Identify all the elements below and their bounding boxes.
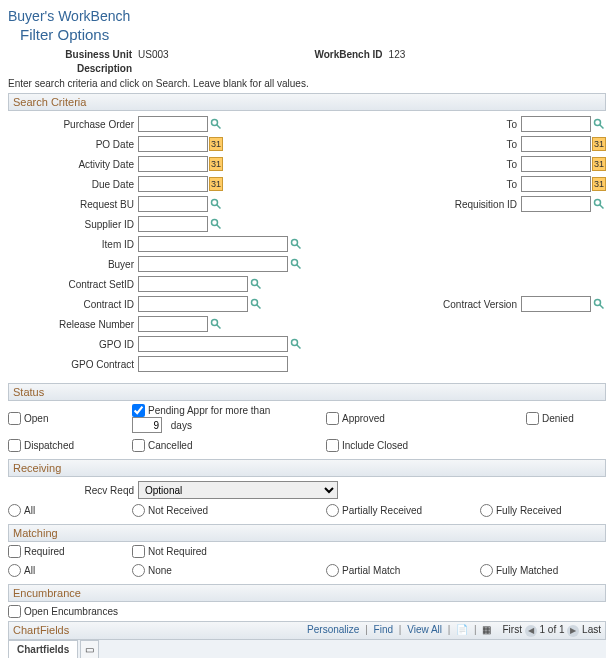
calendar-icon[interactable]: 31 [592,137,606,151]
partially-received-radio[interactable]: Partially Received [326,504,456,517]
item-id-label: Item ID [8,239,138,250]
view-all-link[interactable]: View All [407,624,442,635]
encumbrance-header: Encumbrance [8,584,606,602]
not-required-checkbox[interactable]: Not Required [132,545,302,558]
po-date-input[interactable] [138,136,208,152]
receiving-all-radio[interactable]: All [8,504,108,517]
svg-point-2 [595,120,601,126]
request-bu-input[interactable] [138,196,208,212]
svg-line-23 [297,345,301,349]
gpo-id-label: GPO ID [8,339,138,350]
personalize-link[interactable]: Personalize [307,624,359,635]
gpo-id-input[interactable] [138,336,288,352]
recv-reqd-select[interactable]: Optional [138,481,338,499]
cancelled-checkbox[interactable]: Cancelled [132,439,302,452]
lookup-icon[interactable] [289,237,303,251]
dispatched-checkbox[interactable]: Dispatched [8,439,108,452]
svg-line-3 [600,125,604,129]
requisition-id-input[interactable] [521,196,591,212]
svg-point-18 [595,300,601,306]
lookup-icon[interactable] [209,217,223,231]
lookup-icon[interactable] [592,117,606,131]
to-label: To [421,179,521,190]
svg-line-15 [257,285,261,289]
contract-version-label: Contract Version [421,299,521,310]
first-label: First [502,624,521,635]
zoom-icon[interactable]: 📄 [456,624,468,635]
contract-setid-input[interactable] [138,276,248,292]
contract-id-input[interactable] [138,296,248,312]
denied-checkbox[interactable]: Denied [526,412,586,425]
svg-line-21 [217,325,221,329]
approved-checkbox[interactable]: Approved [326,412,456,425]
prev-icon[interactable]: ◀ [525,625,537,637]
purchase-order-to-input[interactable] [521,116,591,132]
calendar-icon[interactable]: 31 [209,177,223,191]
lookup-icon[interactable] [209,317,223,331]
position-label: 1 of 1 [540,624,565,635]
activity-date-input[interactable] [138,156,208,172]
partial-match-radio[interactable]: Partial Match [326,564,456,577]
calendar-icon[interactable]: 31 [209,157,223,171]
requisition-id-label: Requisition ID [421,199,521,210]
status-header: Status [8,383,606,401]
calendar-icon[interactable]: 31 [209,137,223,151]
pending-days-input[interactable] [132,417,162,433]
contract-version-input[interactable] [521,296,591,312]
grid-icon[interactable]: ▦ [482,624,491,635]
lookup-icon[interactable] [209,117,223,131]
chartfields-tab[interactable]: Chartfields [8,640,78,658]
include-closed-checkbox[interactable]: Include Closed [326,439,456,452]
last-label: Last [582,624,601,635]
page-subtitle: Filter Options [20,26,606,43]
to-label: To [421,139,521,150]
days-label: days [171,420,192,431]
lookup-icon[interactable] [249,297,263,311]
search-criteria-header: Search Criteria [8,93,606,111]
due-date-label: Due Date [8,179,138,190]
svg-line-19 [600,305,604,309]
find-link[interactable]: Find [374,624,393,635]
svg-point-16 [252,300,258,306]
pending-checkbox[interactable]: Pending Appr for more than [132,404,302,417]
supplier-id-label: Supplier ID [8,219,138,230]
not-received-radio[interactable]: Not Received [132,504,302,517]
calendar-icon[interactable]: 31 [592,157,606,171]
release-number-input[interactable] [138,316,208,332]
svg-point-10 [292,240,298,246]
open-encumbrances-checkbox[interactable]: Open Encumbrances [8,605,118,618]
required-checkbox[interactable]: Required [8,545,108,558]
calendar-icon[interactable]: 31 [592,177,606,191]
purchase-order-input[interactable] [138,116,208,132]
lookup-icon[interactable] [592,197,606,211]
lookup-icon[interactable] [592,297,606,311]
workbench-id-value: 123 [389,49,406,60]
supplier-id-input[interactable] [138,216,208,232]
svg-line-1 [217,125,221,129]
business-unit-label: Business Unit [8,49,138,60]
item-id-input[interactable] [138,236,288,252]
lookup-icon[interactable] [209,197,223,211]
due-date-to-input[interactable] [521,176,591,192]
buyer-input[interactable] [138,256,288,272]
svg-point-22 [292,340,298,346]
matching-all-radio[interactable]: All [8,564,108,577]
due-date-input[interactable] [138,176,208,192]
chartfields-header: ChartFields [13,624,69,636]
to-label: To [421,119,521,130]
lookup-icon[interactable] [249,277,263,291]
lookup-icon[interactable] [289,257,303,271]
po-date-to-input[interactable] [521,136,591,152]
contract-setid-label: Contract SetID [8,279,138,290]
expand-tab-icon[interactable]: ▭ [80,640,99,658]
activity-date-to-input[interactable] [521,156,591,172]
open-checkbox[interactable]: Open [8,412,108,425]
fully-received-radio[interactable]: Fully Received [480,504,562,517]
none-radio[interactable]: None [132,564,302,577]
next-icon[interactable]: ▶ [567,625,579,637]
svg-line-11 [297,245,301,249]
fully-matched-radio[interactable]: Fully Matched [480,564,558,577]
gpo-contract-input[interactable] [138,356,288,372]
svg-line-5 [217,205,221,209]
lookup-icon[interactable] [289,337,303,351]
